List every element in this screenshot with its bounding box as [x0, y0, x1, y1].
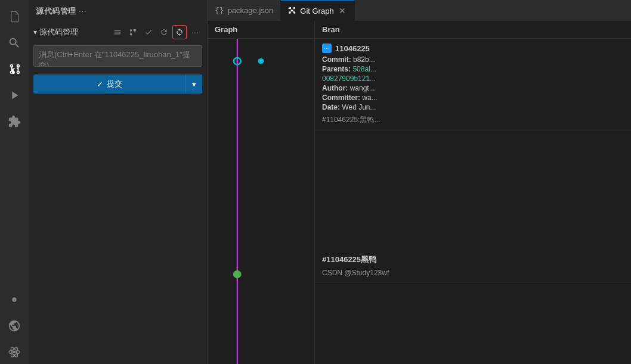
git-lens-icon[interactable] — [2, 288, 26, 312]
sc-branch-button[interactable] — [126, 25, 140, 39]
sc-section-title: 源代码管理 — [39, 27, 78, 38]
react-icon[interactable] — [2, 340, 26, 364]
sc-more-button[interactable]: ··· — [188, 25, 202, 39]
commit-1-hash-line: ⋯ 11046225 — [322, 43, 624, 53]
svg-point-8 — [234, 271, 241, 278]
chevron-down-icon: ▾ — [192, 80, 196, 89]
branch-header: Bran — [315, 21, 631, 39]
sc-refresh-button[interactable] — [157, 25, 171, 39]
commit-1-parents: Parents: 508al... — [322, 65, 624, 73]
svg-point-0 — [12, 297, 16, 301]
branch-header-label: Bran — [322, 25, 340, 34]
sc-align-button[interactable] — [110, 25, 125, 39]
files-icon[interactable] — [2, 5, 26, 29]
tab-git-graph-label: Git Graph — [300, 7, 333, 15]
commit-1-message: #11046225:黑鸭... — [322, 115, 624, 125]
tabs-bar: {} package.json Git Graph ✕ — [208, 0, 631, 21]
tab-git-graph-icon — [288, 6, 296, 16]
activity-bar — [0, 0, 29, 364]
sc-check-button[interactable] — [141, 25, 156, 39]
panel-title-bar: 源代码管理 ··· — [29, 0, 207, 23]
panel-title: 源代码管理 — [36, 6, 76, 17]
branch-column: Bran ⋯ 11046225 Commit: b82b... Parents:… — [315, 21, 631, 364]
chevron-down-icon: ▾ — [33, 28, 37, 36]
tab-git-graph[interactable]: Git Graph ✕ — [281, 0, 354, 21]
commit-row-2[interactable]: #11046225黑鸭 CSDN @Study123wf — [315, 250, 631, 282]
commit-button[interactable]: ✓ 提交 — [33, 74, 185, 94]
commit-row[interactable]: ⋯ 11046225 Commit: b82b... Parents: 508a… — [315, 39, 631, 130]
commit-button-area: ✓ 提交 ▾ — [33, 74, 202, 94]
tab-package-json-label: package.json — [228, 6, 274, 15]
commit-2-label: #11046225黑鸭 — [322, 254, 376, 265]
commit-1-date: Date: Wed Jun... — [322, 103, 624, 111]
remote-icon[interactable] — [2, 314, 26, 338]
commit-1-parents-2: 00827909b121... — [322, 74, 624, 83]
graph-column-header: Graph — [208, 21, 314, 39]
tab-git-graph-close[interactable]: ✕ — [338, 5, 347, 16]
commit-message-input[interactable] — [33, 45, 202, 67]
tab-package-json-icon: {} — [215, 6, 224, 15]
commit-1-repo-icon: ⋯ — [322, 43, 332, 53]
source-control-panel: 源代码管理 ··· ▾ 源代码管理 — [29, 0, 208, 364]
commit-dropdown-button[interactable]: ▾ — [185, 74, 202, 94]
sc-section-header: ▾ 源代码管理 — [29, 23, 207, 42]
commit-2-message: CSDN @Study123wf — [322, 269, 624, 277]
parent-link-2[interactable]: 00827909b121... — [322, 74, 376, 83]
graph-column: Graph — [208, 21, 315, 364]
svg-point-7 — [258, 58, 264, 64]
message-input-area — [33, 45, 202, 69]
commit-1-details: ⋯ 11046225 Commit: b82b... Parents: 508a… — [322, 43, 624, 125]
commit-button-label: 提交 — [107, 79, 122, 89]
commit-1-author: Author: wangt... — [322, 84, 624, 92]
commit-check-icon: ✓ — [97, 80, 103, 89]
tab-package-json[interactable]: {} package.json — [208, 0, 281, 21]
sc-sync-button[interactable] — [172, 25, 187, 39]
commit-2-hash-line: #11046225黑鸭 — [322, 254, 624, 265]
run-debug-icon[interactable] — [2, 83, 26, 107]
panel-more-button[interactable]: ··· — [76, 5, 89, 18]
graph-content: Graph Bran — [208, 21, 631, 364]
graph-svg-area — [208, 39, 314, 364]
commit-2-details: #11046225黑鸭 CSDN @Study123wf — [322, 254, 624, 277]
commit-1-committer: Committer: wa... — [322, 94, 624, 102]
extensions-icon[interactable] — [2, 110, 26, 133]
parent-link-1[interactable]: 508al... — [352, 65, 376, 73]
commit-1-label: 11046225 — [335, 44, 370, 53]
source-control-activity-icon[interactable] — [2, 57, 26, 81]
svg-point-1 — [13, 351, 16, 354]
search-icon[interactable] — [2, 31, 26, 55]
commit-1-hash: Commit: b82b... — [322, 55, 624, 64]
graph-header-label: Graph — [215, 25, 237, 34]
sc-toolbar: ··· — [110, 25, 202, 39]
git-graph-panel: {} package.json Git Graph ✕ Graph — [208, 0, 631, 364]
